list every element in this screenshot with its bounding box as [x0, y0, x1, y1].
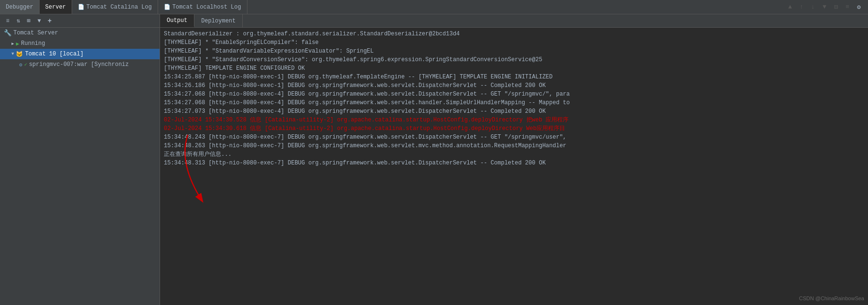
- log-line: 15:34:27.068 [http-nio-8080-exec-4] DEBU…: [164, 90, 864, 98]
- tab-deployment[interactable]: Deployment: [194, 14, 243, 27]
- log-line: 15:34:27.073 [http-nio-8080-exec-4] DEBU…: [164, 107, 864, 116]
- tree-item-tomcat-server[interactable]: 🔧 Tomcat Server: [0, 28, 160, 38]
- toolbar-icon-up[interactable]: ↑: [796, 2, 807, 12]
- log-line-highlighted-container: 正在查询所有用户信息...: [164, 150, 864, 159]
- log-line: [THYMELEAF] * "StandardConversionService…: [164, 55, 864, 64]
- check-icon: ✓: [24, 62, 27, 67]
- log-container: StandardDeserializer : org.thymeleaf.sta…: [164, 30, 864, 167]
- top-toolbar: Debugger Server 📄 Tomcat Catalina Log 📄 …: [0, 0, 868, 14]
- chevron-down-icon: ▼: [11, 52, 14, 56]
- sidebar-icon-filter[interactable]: ▼: [34, 16, 44, 26]
- run-icon: ▶: [16, 41, 19, 47]
- log-line: 15:34:48.243 [http-nio-8080-exec-7] DEBU…: [164, 133, 864, 142]
- log-line: 15:34:27.068 [http-nio-8080-exec-4] DEBU…: [164, 98, 864, 107]
- log-line: [THYMELEAF] * "EnableSpringELCompiler": …: [164, 38, 864, 47]
- content-area: Output Deployment StandardDeserializer :…: [160, 14, 868, 305]
- sidebar-icon-add[interactable]: +: [45, 16, 54, 26]
- tab-server[interactable]: Server: [40, 0, 72, 14]
- tree-item-running[interactable]: ▶ ▶ Running: [0, 38, 160, 49]
- log-line: 15:34:48.263 [http-nio-8080-exec-7] DEBU…: [164, 142, 864, 150]
- toolbar-icons-group: ▲ ↑ ↓ ▼ ⊟ ≡ ⚙: [781, 2, 868, 12]
- log-line: [THYMELEAF] * "StandardVariableExpressio…: [164, 47, 864, 55]
- log-area[interactable]: StandardDeserializer : org.thymeleaf.sta…: [160, 28, 868, 305]
- watermark: CSDN @ChinaRainbowSea: [799, 295, 864, 301]
- tab-localhost-log[interactable]: 📄 Tomcat Localhost Log: [158, 0, 247, 14]
- server-icon: 🔧: [4, 29, 11, 37]
- sidebar-icon-sort[interactable]: ⇅: [13, 16, 23, 26]
- toolbar-icon-remove[interactable]: ⊟: [831, 2, 841, 12]
- chevron-icon: ▶: [11, 41, 14, 46]
- sidebar: ≡ ⇅ ⊞ ▼ + 🔧 Tomcat Server ▶ ▶ Running ▼ …: [0, 14, 160, 305]
- tomcat-icon: 🐱: [16, 51, 23, 58]
- log-line-highlighted: 正在查询所有用户信息...: [164, 151, 232, 158]
- log-line: [THYMELEAF] TEMPLATE ENGINE CONFIGURED O…: [164, 64, 864, 73]
- log-line: 15:34:25.887 [http-nio-8080-exec-1] DEBU…: [164, 73, 864, 81]
- toolbar-icon-down[interactable]: ↓: [808, 2, 818, 12]
- toolbar-icon-menu[interactable]: ≡: [842, 2, 853, 12]
- tab-catalina-log[interactable]: 📄 Tomcat Catalina Log: [72, 0, 158, 14]
- log-icon: 📄: [78, 4, 85, 10]
- log-icon2: 📄: [164, 4, 171, 10]
- log-line: StandardDeserializer : org.thymeleaf.sta…: [164, 30, 864, 38]
- log-line: 15:34:26.186 [http-nio-8080-exec-1] DEBU…: [164, 81, 864, 90]
- content-tabs: Output Deployment: [160, 14, 868, 28]
- log-line-red: 02-Jul-2024 15:34:30.528 信息 [Catalina-ut…: [164, 116, 864, 124]
- tree-item-springmvc[interactable]: ⚙ ✓ springmvc-007:war [Synchroniz: [0, 59, 160, 70]
- toolbar-icon-settings[interactable]: ⚙: [854, 2, 864, 12]
- sidebar-icon-group[interactable]: ⊞: [24, 16, 33, 26]
- sidebar-toolbar: ≡ ⇅ ⊞ ▼ +: [0, 14, 160, 28]
- log-line-red: 02-Jul-2024 15:34:30.618 信息 [Catalina-ut…: [164, 124, 864, 133]
- gear-icon: ⚙: [19, 62, 22, 68]
- log-line: 15:34:48.313 [http-nio-8080-exec-7] DEBU…: [164, 159, 864, 167]
- sidebar-icon-list[interactable]: ≡: [3, 16, 12, 26]
- toolbar-icon-top[interactable]: ▲: [785, 2, 795, 12]
- tab-debugger[interactable]: Debugger: [0, 0, 40, 14]
- tree-item-tomcat10[interactable]: ▼ 🐱 Tomcat 10 [local]: [0, 49, 160, 59]
- tab-output[interactable]: Output: [160, 14, 194, 27]
- main-area: ≡ ⇅ ⊞ ▼ + 🔧 Tomcat Server ▶ ▶ Running ▼ …: [0, 14, 868, 305]
- toolbar-icon-bottom[interactable]: ▼: [819, 2, 830, 12]
